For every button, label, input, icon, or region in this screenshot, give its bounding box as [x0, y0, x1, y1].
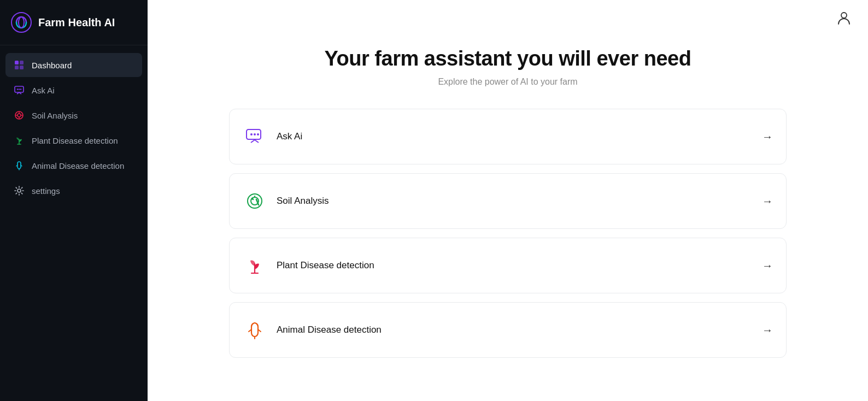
hero-section: Your farm assistant you will ever need E…: [148, 36, 868, 109]
svg-rect-2: [15, 61, 19, 64]
svg-point-21: [841, 13, 847, 18]
svg-point-7: [17, 89, 18, 90]
main-content: Your farm assistant you will ever need E…: [148, 0, 868, 401]
settings-icon: [13, 185, 25, 197]
plant-disease-card[interactable]: Plant Disease detection →: [229, 238, 787, 293]
ask-ai-card-arrow: →: [762, 131, 773, 143]
svg-point-25: [257, 133, 259, 135]
sidebar-item-animal-label: Animal Disease detection: [32, 161, 124, 170]
animal-card-arrow: →: [762, 324, 773, 337]
svg-point-20: [17, 189, 21, 192]
user-profile-icon[interactable]: [836, 10, 853, 26]
svg-point-1: [19, 17, 24, 28]
sidebar-item-animal-disease[interactable]: Animal Disease detection: [5, 154, 142, 178]
svg-point-24: [254, 133, 256, 135]
svg-point-11: [17, 114, 21, 117]
svg-rect-3: [20, 61, 24, 64]
sidebar-item-ask-ai-label: Ask Ai: [32, 86, 55, 95]
ask-ai-card[interactable]: Ask Ai →: [229, 109, 787, 164]
soil-card-icon: [243, 189, 267, 213]
sidebar-item-dashboard-label: Dashboard: [32, 61, 72, 70]
sidebar-item-plant-disease[interactable]: Plant Disease detection: [5, 128, 142, 152]
svg-point-9: [20, 89, 21, 90]
sidebar: Farm Health AI Dashboard: [0, 0, 148, 401]
ask-ai-card-icon: [243, 125, 267, 149]
svg-point-23: [250, 133, 253, 135]
sidebar-nav: Dashboard Ask Ai: [0, 45, 148, 401]
soil-card-arrow: →: [762, 195, 773, 208]
app-logo-icon: [11, 12, 32, 33]
ask-ai-icon: [13, 84, 25, 96]
svg-rect-5: [20, 66, 24, 69]
svg-point-0: [11, 13, 31, 32]
sidebar-item-soil-label: Soil Analysis: [32, 111, 78, 120]
sidebar-item-dashboard[interactable]: Dashboard: [5, 53, 142, 77]
plant-card-label: Plant Disease detection: [277, 260, 374, 271]
svg-rect-4: [15, 66, 19, 69]
animal-card-label: Animal Disease detection: [277, 325, 382, 335]
ask-ai-card-label: Ask Ai: [277, 131, 302, 142]
feature-cards-list: Ask Ai → Soil Analysis →: [207, 109, 808, 367]
svg-point-8: [19, 89, 20, 90]
soil-analysis-card[interactable]: Soil Analysis →: [229, 173, 787, 229]
dashboard-icon: [13, 59, 25, 71]
sidebar-item-soil-analysis[interactable]: Soil Analysis: [5, 103, 142, 127]
animal-icon: [13, 160, 25, 172]
hero-title: Your farm assistant you will ever need: [169, 47, 846, 70]
app-title: Farm Health AI: [38, 16, 115, 29]
sidebar-item-ask-ai[interactable]: Ask Ai: [5, 78, 142, 102]
plant-icon: [13, 134, 25, 146]
hero-subtitle: Explore the power of AI to your farm: [169, 77, 846, 87]
sidebar-item-settings-label: settings: [32, 186, 60, 196]
plant-card-icon: [243, 253, 267, 278]
sidebar-item-settings[interactable]: settings: [5, 179, 142, 203]
soil-card-label: Soil Analysis: [277, 196, 329, 207]
plant-card-arrow: →: [762, 260, 773, 272]
topbar: [148, 0, 868, 36]
animal-disease-card[interactable]: Animal Disease detection →: [229, 302, 787, 358]
sidebar-item-plant-label: Plant Disease detection: [32, 136, 118, 145]
soil-icon: [13, 109, 25, 121]
sidebar-logo: Farm Health AI: [0, 0, 148, 45]
animal-card-icon: [243, 318, 267, 342]
